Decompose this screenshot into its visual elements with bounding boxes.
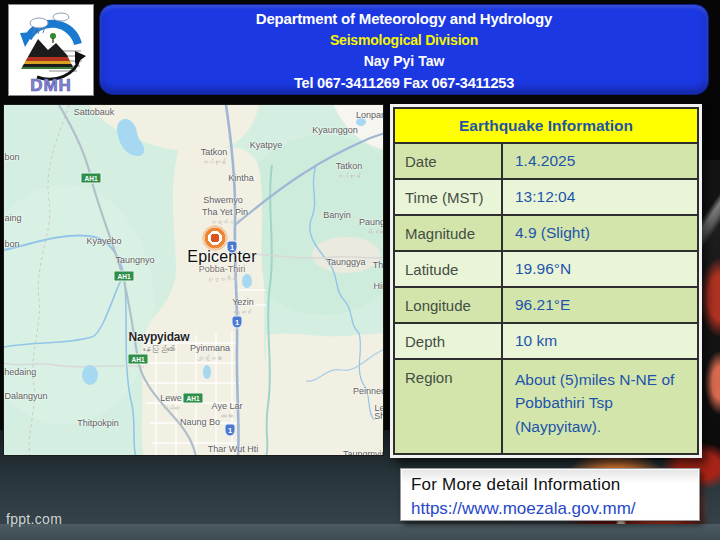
map-label: Thitpokpin [77,418,119,428]
map-label: Tatkon [336,161,363,171]
map-label: aing [4,213,21,223]
row-value: 13:12:04 [501,180,697,214]
row-label: Date [395,144,501,178]
watermark-fppt: fppt.com [6,511,62,527]
contact-line: Tel 067-3411269 Fax 067-3411253 [294,72,514,94]
table-title: Earthquake Information [395,109,697,142]
map-label: Kintha [228,173,254,183]
epicenter-map: SattobaukLonparKyaunggonKyatpyeTatkonတပ်… [3,104,384,456]
row-label: Time (MST) [395,180,501,214]
map-label: Thab [373,260,384,270]
map-label: Dalangyun [4,391,47,401]
row-label: Region [395,360,501,453]
map-label: ပုဗ္ဗသီရိ [207,276,237,282]
row-label: Depth [395,324,501,358]
map-label: Kyatpye [250,140,283,150]
row-label: Longitude [395,288,501,322]
table-row-depth: Depth 10 km [395,322,697,358]
map-label: Shw [374,411,384,421]
map-label: Pyinmana [190,343,230,353]
moezala-link[interactable]: https://www.moezala.gov.mm/ [411,497,689,520]
route-shield-1: 1 [232,316,243,329]
highway-badge-ah1: AH1 [113,271,134,282]
map-label: Paunglau [359,217,384,227]
map-label: ရေဆင်း [234,309,252,315]
row-value: 4.9 (Slight) [501,216,697,250]
route-shield-1: 1 [225,424,236,437]
map-label: Kyaunggon [312,125,358,135]
table-row-region: Region About (5)miles N-NE of Pobbathiri… [395,358,697,453]
earthquake-info-table: Earthquake Information Date 1.4.2025 Tim… [393,107,699,455]
map-label: Kyayebo [86,236,121,246]
more-info-text: For More detail Information [411,473,689,497]
slide: fppt.com [0,0,720,540]
map-labels-layer: SattobaukLonparKyaunggonKyatpyeTatkonတပ်… [4,105,383,455]
highway-badge-ah1: AH1 [182,393,203,404]
org-title: Department of Meteorology and Hydrology [256,8,552,30]
header-banner: Department of Meteorology and Hydrology … [99,4,709,95]
map-label: bon [4,152,19,162]
route-shield-1: 1 [227,241,238,254]
map-label: Peinneda [353,386,384,396]
map-label: Taunggya [326,257,365,267]
table-row-latitude: Latitude 19.96°N [395,250,697,286]
map-label: တပ်ကုန်း [202,159,226,165]
map-label: အေးလား [221,413,233,419]
more-info-box: For More detail Information https://www.… [400,468,700,521]
map-label: Banyin [323,210,351,220]
table-row-time: Time (MST) 13:12:04 [395,178,697,214]
map-label: Pobba-Thiri [199,264,246,274]
highway-badge-ah1: AH1 [127,354,148,365]
map-label: chedaing [3,367,36,377]
dmh-logo-text: DMH [30,76,72,95]
map-label: နေပြည်တော် [143,345,175,354]
map-label: Tha Yet Pin [202,207,248,217]
earthquake-info-card: Earthquake Information Date 1.4.2025 Tim… [390,104,702,458]
map-label: Hinth [373,281,384,291]
map-label: Yezin [232,297,254,307]
map-label: Naung Bo [180,417,220,427]
dmh-logo: DMH [8,4,94,96]
row-value: About (5)miles N-NE of Pobbathiri Tsp (N… [501,360,697,453]
map-label: Naypyidaw [129,330,190,344]
highway-badge-ah1: AH1 [80,173,101,184]
row-value: 10 km [501,324,697,358]
table-row-magnitude: Magnitude 4.9 (Slight) [395,214,697,250]
city-title: Nay Pyi Taw [364,51,445,72]
row-value: 19.96°N [501,252,697,286]
row-label: Magnitude [395,216,501,250]
map-label: လယ်ဝေး [162,405,180,411]
map-label: Lonpar [356,110,384,120]
row-value: 1.4.2025 [501,144,697,178]
map-label: Sattobauk [74,107,115,117]
map-label: Taungnyo [115,255,154,265]
row-label: Latitude [395,252,501,286]
division-title: Seismological Division [330,30,478,51]
background-bottom-strip [0,524,720,540]
map-label: Lewe [160,393,182,403]
epicenter-marker-icon [202,225,228,251]
map-label: တပ်ကုန်း [337,173,361,179]
map-label: Tatkon [201,147,228,157]
map-label: Thar Wut Hti [208,444,258,454]
table-row-date: Date 1.4.2025 [395,142,697,178]
map-label: Shwemyo [203,195,243,205]
map-label: Aye Lar [212,401,243,411]
dmh-logo-icon: DMH [9,5,93,95]
row-value: 96.21°E [501,288,697,322]
map-label: Taungmyint [343,449,384,456]
map-label: ပျဉ်းမနား [198,355,222,361]
map-label: bon [4,239,19,249]
map-label: ပေါင်းလောင်း [368,229,384,235]
table-row-longitude: Longitude 96.21°E [395,286,697,322]
